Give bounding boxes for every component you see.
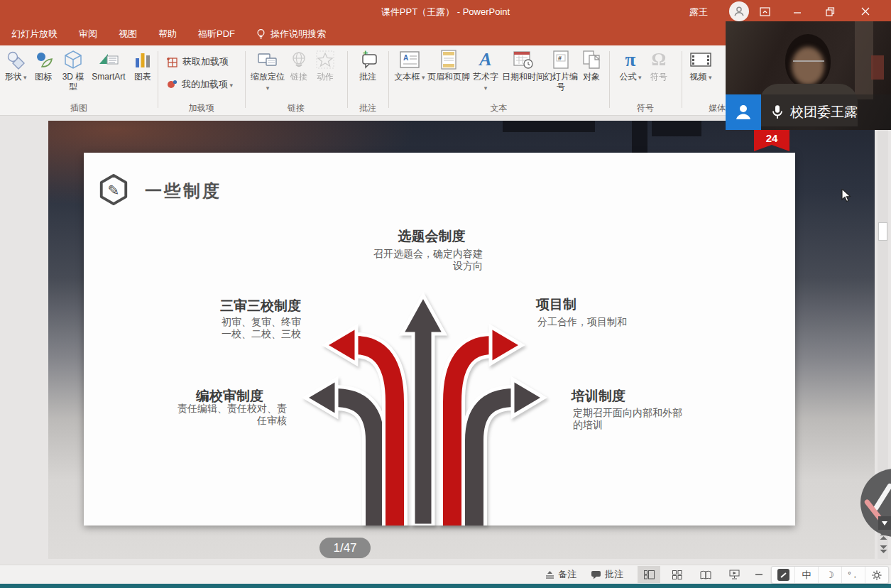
microphone-icon [771, 104, 784, 121]
tell-me-search[interactable]: 操作说明搜索 [256, 28, 326, 40]
symbol-button: Ω 符号 [645, 49, 673, 82]
close-button[interactable] [850, 0, 881, 23]
mouse-cursor [841, 189, 851, 206]
symbol-icon: Ω [648, 49, 669, 70]
smartart-label: SmartArt [92, 72, 125, 82]
slide-number-label: 幻灯片编号 [544, 72, 578, 92]
tab-slideshow[interactable]: 幻灯片放映 [11, 28, 58, 40]
reading-view-button[interactable] [694, 566, 717, 583]
header-footer-button[interactable]: 页眉和页脚 [426, 49, 471, 82]
restore-button[interactable] [814, 0, 846, 23]
icons-icon [33, 49, 54, 70]
wordart-button[interactable]: A 艺术字 [471, 49, 500, 93]
group-label-comments: 批注 [347, 102, 388, 114]
slide-sorter-view-button[interactable] [666, 566, 689, 583]
lightbulb-icon [256, 28, 266, 40]
next-slide-button[interactable] [879, 544, 888, 554]
status-bar: 备注 批注 [0, 565, 891, 584]
scrollbar-thumb[interactable] [878, 222, 887, 241]
zoom-link-button[interactable]: 缩放定位 [250, 49, 285, 93]
svg-text:A: A [403, 54, 408, 62]
ime-logo-icon [777, 569, 789, 581]
group-label-links: 链接 [245, 102, 347, 114]
new-comment-button[interactable]: + 批注 [351, 49, 385, 82]
ime-logo-button[interactable] [772, 567, 795, 583]
restore-icon [826, 7, 835, 16]
get-addins-button[interactable]: 获取加载项 [166, 55, 229, 68]
date-time-label: 日期和时间 [502, 72, 545, 82]
chart-icon [132, 49, 153, 70]
group-divider [609, 51, 610, 108]
tab-help[interactable]: 帮助 [158, 28, 177, 40]
3d-model-label: 3D 模型 [58, 72, 88, 92]
action-star-icon [315, 49, 336, 70]
object-icon [581, 49, 602, 70]
shapes-button[interactable]: 形状 [1, 49, 30, 82]
my-addins-button[interactable]: 我的加载项 [166, 78, 233, 91]
tab-view[interactable]: 视图 [119, 28, 137, 40]
webcam-name-bar: 校团委王露 [726, 94, 891, 130]
group-divider [245, 51, 246, 108]
search-label: 操作说明搜索 [270, 28, 326, 40]
group-label-symbols: 符号 [609, 102, 682, 114]
date-time-button[interactable]: 日期和时间 [501, 49, 545, 82]
account-avatar[interactable] [729, 1, 749, 21]
webcam-video: 校团委王露 [726, 21, 891, 130]
slide-bg-building [503, 121, 595, 132]
tool-expand-button[interactable] [878, 516, 891, 530]
ime-punctuation-button[interactable]: °， [842, 567, 865, 583]
my-addins-label: 我的加载项 [182, 78, 233, 91]
powerpoint-window: 课件PPT（王露） - PowerPoint 露王 幻灯片放映 审阅 视图 帮助… [0, 0, 891, 588]
ribbon-display-options-button[interactable] [749, 0, 780, 23]
notes-toggle[interactable]: 备注 [541, 565, 581, 584]
comments-toggle[interactable]: 批注 [586, 565, 628, 584]
tab-foxit-pdf[interactable]: 福昕PDF [198, 28, 235, 40]
slide-number-icon: # [550, 49, 572, 70]
3d-models-button[interactable]: 3D 模型 [58, 49, 88, 92]
participant-button[interactable] [726, 94, 761, 130]
3d-model-icon [62, 49, 84, 70]
chart-button[interactable]: 图表 [129, 49, 156, 82]
zoom-slides-icon [257, 49, 278, 70]
video-button[interactable]: 视频 [687, 49, 715, 82]
shapes-label: 形状 [4, 72, 26, 82]
action-label: 动作 [317, 72, 334, 82]
link-button: 链接 [287, 49, 311, 82]
speaker-name: 校团委王露 [790, 103, 858, 121]
pencil-hexagon-icon: ✎ [97, 173, 130, 209]
icons-button[interactable]: 图标 [31, 49, 55, 82]
symbol-label: 符号 [650, 72, 667, 82]
slideshow-view-button[interactable] [723, 566, 745, 583]
slide-number-button[interactable]: # 幻灯片编号 [544, 49, 578, 92]
ime-settings-button[interactable] [865, 567, 888, 583]
get-addins-icon [166, 56, 178, 68]
group-divider [158, 51, 158, 108]
smartart-button[interactable]: SmartArt [89, 49, 128, 82]
normal-view-icon [644, 570, 655, 579]
taskbar-edge [0, 584, 891, 588]
tab-review[interactable]: 审阅 [79, 28, 97, 40]
body-topic-meeting: 召开选题会，确定内容建 设方向 [366, 248, 483, 272]
page-indicator: 1/47 [319, 538, 371, 558]
zoom-out-button[interactable] [751, 565, 767, 584]
slide-bg-building [652, 121, 701, 136]
minimize-button[interactable] [782, 0, 813, 23]
normal-view-button[interactable] [638, 566, 660, 583]
slide-sorter-icon [672, 570, 682, 579]
slide-canvas: ✎ 一些制度 选题会制度 召开选题会，确定内容建 设方向 三审三校制度 初审、复… [48, 121, 875, 559]
equation-icon: π [620, 49, 641, 70]
chart-label: 图表 [134, 72, 151, 82]
textbox-button[interactable]: A 文本框 [393, 49, 426, 82]
link-globe-icon [288, 49, 310, 70]
group-divider [682, 51, 682, 108]
equation-button[interactable]: π 公式 [616, 49, 645, 82]
comment-icon: + [357, 49, 378, 70]
svg-text:✎: ✎ [108, 183, 120, 198]
object-button[interactable]: 对象 [578, 49, 605, 82]
notes-icon [545, 570, 554, 579]
ime-language-mode-button[interactable]: 中 [795, 567, 819, 583]
ime-fullwidth-button[interactable]: ☽ [819, 567, 842, 583]
my-addins-icon [166, 79, 177, 90]
heading-training: 培训制度 [572, 387, 625, 405]
webcam-wall-art [871, 55, 884, 80]
